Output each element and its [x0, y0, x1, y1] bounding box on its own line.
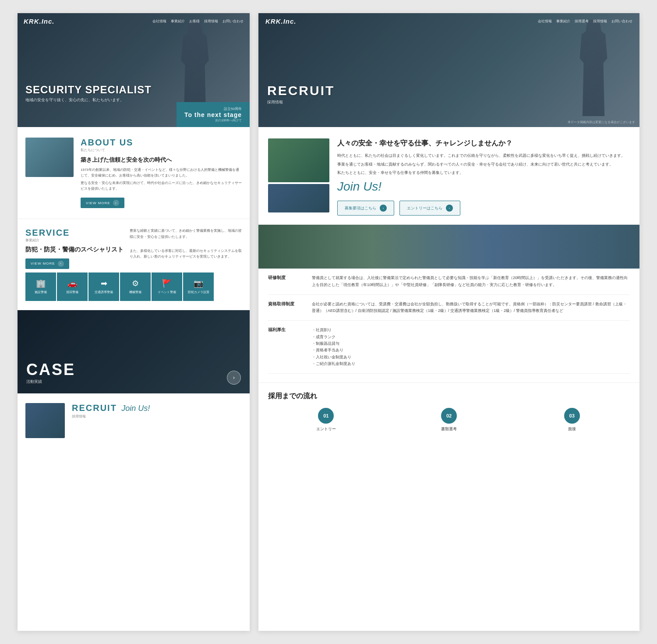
benefit-row-welfare: 福利厚生 社員割り 成育ランク 制服器品貸与 資格者手当あり 入社祝い金制度あり… — [268, 321, 630, 374]
right-nav: KRK.Inc. 会社情報 事業紹介 採用選考 採用情報 お問い合わせ — [258, 13, 639, 29]
facility-icon: 🏢 — [36, 279, 46, 288]
recruit-heading: RECRUIT — [72, 403, 117, 413]
recruit-intro-img-main — [268, 138, 329, 182]
service-title-block: SERVICE 事業紹介 防犯・防災・警備のスペシャリスト VIEW MORE … — [25, 228, 124, 269]
recruit-intro-text1: 時代とともに、私たちの社会は目まぐるしく変化しています。これまでの伝統を守りなが… — [337, 152, 625, 159]
recruit-intro-text3: 私たちとともに、安全・幸せを守る仕事をする仲間を募集しています。 — [337, 170, 625, 176]
about-text2: 更なる安全・安心な未来の実現に向けて、時代や社会のニーズに沿った、きめ細かなセキ… — [81, 180, 242, 192]
right-nav-4[interactable]: 採用情報 — [593, 19, 607, 24]
flow-step-num-2: 02 — [441, 408, 457, 424]
service-section: SERVICE 事業紹介 防犯・防災・警備のスペシャリスト VIEW MORE … — [18, 219, 250, 310]
recruit-hero-title: RECRUIT — [267, 83, 335, 98]
traffic-label: 交通誘導警備 — [95, 290, 113, 294]
btn-requirements-arrow-icon: › — [380, 205, 387, 212]
hero-banner-main: To the next stage — [184, 111, 242, 118]
service-icon-patrol[interactable]: 🚗 巡回警備 — [57, 272, 88, 301]
right-hero: KRK.Inc. 会社情報 事業紹介 採用選考 採用情報 お問い合わせ RECR… — [258, 13, 639, 127]
nav-link-3[interactable]: お客様 — [189, 19, 200, 24]
service-view-more-btn[interactable]: VIEW MORE › — [25, 258, 69, 269]
recruit-btn-requirements[interactable]: 募集要項はこちら › — [337, 201, 394, 216]
recruit-intro-images — [268, 138, 329, 216]
recruit-intro-img-small — [268, 184, 329, 212]
case-section: CASE 活動実績 › — [18, 310, 250, 393]
machine-icon: ⚙ — [132, 279, 139, 288]
hero-banner: 設立50周年 To the next stage 次の100年へ向けて — [177, 102, 250, 127]
patrol-icon: 🚗 — [67, 279, 77, 288]
recruit-intro-text: 人々の安全・幸せを守る仕事、チャレンジしませんか？ 時代とともに、私たちの社会は… — [337, 138, 625, 216]
case-content: CASE 活動実績 — [18, 352, 84, 393]
left-logo: KRK.Inc. — [24, 18, 55, 25]
service-content: SERVICE 事業紹介 防犯・防災・警備のスペシャリスト VIEW MORE … — [25, 228, 242, 269]
service-desc-block: 豊富な経験と実績に基づいて、きめ細かく警備業務を実施し、地域の皆様に安全・安心を… — [130, 228, 242, 259]
recruit-bottom: RECRUIT Join Us! 採用情報 — [18, 393, 250, 448]
nav-link-4[interactable]: 採用情報 — [204, 19, 218, 24]
service-view-more: VIEW MORE › — [25, 254, 124, 269]
right-nav-5[interactable]: お問い合わせ — [611, 19, 632, 24]
hero-banner-sub: 設立50周年 — [184, 106, 242, 111]
right-nav-2[interactable]: 事業紹介 — [556, 19, 570, 24]
nav-link-2[interactable]: 事業紹介 — [171, 19, 185, 24]
flow-step-num-1: 01 — [318, 408, 334, 424]
case-jp: 活動実績 — [26, 379, 75, 385]
view-more-label: VIEW MORE — [86, 201, 110, 205]
event-icon: 🚩 — [162, 279, 172, 288]
service-icon-facility[interactable]: 🏢 施設警備 — [25, 272, 56, 301]
recruit-intro: 人々の安全・幸せを守る仕事、チャレンジしませんか？ 時代とともに、私たちの社会は… — [258, 127, 639, 225]
about-section: ABOUT US 私たちについて 築き上げた信頼と安全を次の時代へ 1973年の… — [18, 127, 250, 219]
left-nav-links: 会社情報 事業紹介 お客様 採用情報 お問い合わせ — [152, 19, 244, 24]
service-icon-traffic[interactable]: ➡ 交通誘導警備 — [88, 272, 119, 301]
hiring-flow: 採用までの流れ 01 エントリー 02 書類選考 03 面接 — [258, 382, 639, 445]
service-icon-event[interactable]: 🚩 イベント警備 — [152, 272, 182, 301]
benefit-label-training: 研修制度 — [268, 275, 312, 288]
flow-step-2: 02 書類選考 — [391, 408, 507, 432]
hiring-flow-heading: 採用までの流れ — [268, 392, 630, 401]
recruit-intro-text2: 事業を通じてお客様・地域に貢献するのみならず、関わるすべての人々の安全・幸せを守… — [337, 161, 625, 168]
case-arrow-icon[interactable]: › — [227, 371, 241, 385]
nav-link-1[interactable]: 会社情報 — [152, 19, 166, 24]
right-nav-1[interactable]: 会社情報 — [538, 19, 552, 24]
service-icon-camera[interactable]: 📷 防犯カメラ設置 — [183, 272, 214, 301]
welfare-item-6: ご紹介謝礼金制度あり — [312, 361, 630, 367]
btn-requirements-label: 募集要項はこちら — [345, 205, 376, 211]
about-text: ABOUT US 私たちについて 築き上げた信頼と安全を次の時代へ 1973年の… — [81, 138, 242, 208]
event-label: イベント警備 — [158, 290, 176, 294]
recruit-image — [25, 403, 65, 438]
benefits-table: 研修制度 警備員として就業する場合は、入社後に警備業法で定められた警備員として必… — [258, 269, 639, 382]
nav-link-5[interactable]: お問い合わせ — [223, 19, 244, 24]
benefit-row-qualification: 資格取得制度 会社が必要と認めた資格については、受講費・交通費は会社が全額負担し… — [268, 295, 630, 321]
machine-label: 機械警備 — [129, 290, 141, 294]
right-panel: KRK.Inc. 会社情報 事業紹介 採用選考 採用情報 お問い合わせ RECR… — [258, 13, 639, 631]
recruit-intro-heading: 人々の安全・幸せを守る仕事、チャレンジしませんか？ — [337, 138, 625, 148]
service-view-more-label: VIEW MORE — [31, 262, 55, 265]
right-hero-caption: 本データ掲載内容は変更になる場合がございます — [568, 120, 635, 124]
about-view-more-btn[interactable]: VIEW MORE › — [81, 198, 124, 208]
recruit-intro-cursive: Join Us! — [337, 180, 625, 194]
hero-content: SECURITY SPECIALIST 地域の安全を守り抜く、安心の先に、私たち… — [25, 84, 152, 103]
service-arrow-icon: › — [58, 261, 64, 267]
flow-step-label-2: 書類選考 — [391, 426, 507, 432]
about-heading: ABOUT US — [81, 138, 242, 148]
service-subheading: 防犯・防災・警備のスペシャリスト — [25, 245, 124, 254]
right-nav-3[interactable]: 採用選考 — [575, 19, 589, 24]
benefit-label-qualification: 資格取得制度 — [268, 301, 312, 315]
hero-title: SECURITY SPECIALIST — [25, 84, 152, 96]
recruit-jp: 採用情報 — [72, 414, 150, 419]
welfare-item-2: 成育ランク — [312, 334, 630, 340]
about-image — [25, 138, 74, 177]
recruit-cursive: Join Us! — [121, 404, 150, 413]
service-desc1: 豊富な経験と実績に基づいて、きめ細かく警備業務を実施し、地域の皆様に安全・安心を… — [130, 228, 242, 240]
service-icon-machine[interactable]: ⚙ 機械警備 — [120, 272, 151, 301]
benefit-row-training: 研修制度 警備員として就業する場合は、入社後に警備業法で定められた警備員として必… — [268, 269, 630, 295]
recruit-text: RECRUIT Join Us! 採用情報 — [72, 403, 150, 419]
welfare-item-1: 社員割り — [312, 327, 630, 333]
traffic-icon: ➡ — [101, 279, 107, 288]
service-icons: 🏢 施設警備 🚗 巡回警備 ➡ 交通誘導警備 ⚙ 機械警備 🚩 イベント警備 📷 — [25, 272, 242, 301]
left-hero: KRK.Inc. 会社情報 事業紹介 お客様 採用情報 お問い合わせ SECUR… — [18, 13, 250, 127]
btn-entry-arrow-icon: › — [446, 205, 453, 212]
left-panel: KRK.Inc. 会社情報 事業紹介 お客様 採用情報 お問い合わせ SECUR… — [18, 13, 250, 631]
recruit-btn-entry[interactable]: エントリーはこちら › — [399, 201, 460, 216]
service-jp: 事業紹介 — [25, 238, 124, 243]
camera-label: 防犯カメラ設置 — [188, 290, 209, 294]
photo-strip — [258, 225, 639, 269]
right-hero-overlay — [258, 13, 639, 127]
